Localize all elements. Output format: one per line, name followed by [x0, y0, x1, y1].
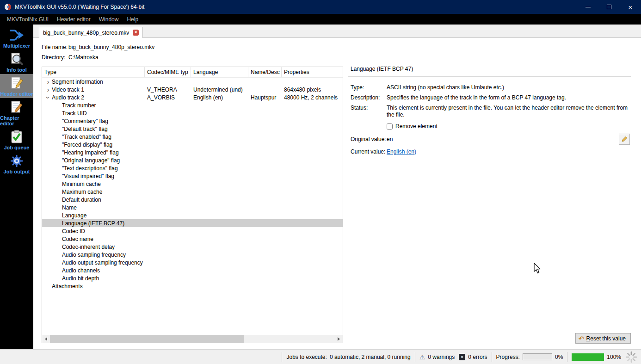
tree-row-type-cell: › Track number	[42, 101, 145, 109]
tree-row-label: Track number	[62, 102, 96, 109]
column-header-type[interactable]: Type	[42, 67, 145, 77]
tree-row-properties-cell	[282, 172, 284, 180]
tree-row-properties-cell	[282, 109, 284, 117]
scroll-right-button[interactable]	[335, 335, 343, 343]
expander-icon[interactable]: ›	[45, 94, 51, 101]
tree-row[interactable]: › Maximum cache	[42, 188, 343, 196]
tree-row[interactable]: › Codec name	[42, 235, 343, 243]
tree-row-label: Codec name	[62, 236, 93, 242]
tree-row-properties-cell	[282, 125, 284, 133]
reset-value-button[interactable]: ↶ Reset this value	[575, 333, 631, 344]
tree-row[interactable]: › "Text descriptions" flag	[42, 164, 343, 172]
tree-row-codec-cell	[145, 243, 191, 251]
sidebar-item-chapter-editor[interactable]: Chapter editor	[0, 98, 33, 128]
tab-file[interactable]: big_buck_bunny_480p_stereo.mkv ×	[39, 27, 143, 38]
remove-element-label: Remove element	[395, 123, 438, 130]
tree-row-codec-cell	[145, 219, 191, 227]
header-editor-page: File name: big_buck_bunny_480p_stereo.mk…	[33, 37, 641, 349]
tree-row[interactable]: › "Track enabled" flag	[42, 133, 343, 141]
expander-icon[interactable]: ›	[44, 79, 52, 85]
jobs-value: 0 automatic, 2 manual, 0 running	[330, 354, 411, 360]
tree-indent	[44, 223, 62, 223]
total-progress: 100%	[572, 353, 621, 361]
column-header-codec[interactable]: Codec/MIME typ	[145, 67, 191, 77]
sidebar-item-job-queue[interactable]: Job queue	[0, 128, 33, 152]
warnings-status: ⚠ 0 warnings	[419, 354, 455, 360]
tree-row-label: "Text descriptions" flag	[62, 165, 118, 172]
tree-row[interactable]: › Language (IETF BCP 47)	[42, 219, 343, 227]
details-separator	[348, 76, 631, 77]
multiplexer-icon	[9, 28, 25, 42]
tab-close-icon[interactable]: ×	[133, 30, 139, 36]
tree-row[interactable]: › Audio track 2 A_VORBIS English (en) Ha…	[42, 93, 343, 101]
tree-row[interactable]: › Audio sampling frequency	[42, 251, 343, 259]
tree-row-language-cell	[191, 188, 248, 196]
tree-row[interactable]: › Track number	[42, 101, 343, 109]
expander-icon[interactable]: ›	[44, 86, 52, 93]
tree-row[interactable]: › Codec ID	[42, 227, 343, 235]
tree-row[interactable]: › "Hearing impaired" flag	[42, 148, 343, 156]
tree-indent	[44, 231, 62, 231]
tree-row[interactable]: › "Default track" flag	[42, 125, 343, 133]
warning-icon: ⚠	[419, 354, 425, 360]
tree-row[interactable]: › Audio output sampling frequency	[42, 259, 343, 266]
tree-row-properties-cell	[282, 282, 284, 290]
tree-row[interactable]: › "Visual impaired" flag	[42, 172, 343, 180]
tree-row-name-cell	[248, 196, 282, 204]
tree-row-label: Minimum cache	[62, 181, 101, 187]
tree-row-label: Video track 1	[52, 86, 84, 93]
tree-row[interactable]: › Codec-inherent delay	[42, 243, 343, 251]
element-tree: Type Codec/MIME typ Language Name/Desc P…	[42, 67, 343, 343]
tree-row[interactable]: › "Commentary" flag	[42, 117, 343, 125]
tree-row-type-cell: › "Commentary" flag	[42, 117, 145, 125]
tree-row[interactable]: › Video track 1 V_THEORA Undetermined (u…	[42, 86, 343, 93]
tree-row[interactable]: › Audio channels	[42, 266, 343, 274]
sidebar-item-header-editor[interactable]: Header editor	[0, 74, 33, 98]
sidebar-item-job-output[interactable]: Job output	[0, 152, 33, 176]
edit-value-button[interactable]	[619, 134, 630, 145]
tree-row-type-cell: › Video track 1	[42, 86, 145, 93]
remove-element-checkbox[interactable]	[387, 123, 393, 130]
tree-row-language-cell	[191, 235, 248, 243]
tree-row-type-cell: › Maximum cache	[42, 188, 145, 196]
minimize-button[interactable]	[577, 0, 598, 14]
sidebar-item-multiplexer[interactable]: Multiplexer	[0, 26, 33, 50]
horizontal-scrollbar[interactable]	[42, 335, 343, 343]
title-bar: MKVToolNix GUI v55.0.0 ('Waiting For Spa…	[0, 0, 641, 14]
scrollbar-thumb[interactable]	[50, 335, 244, 343]
tree-row[interactable]: › Language	[42, 211, 343, 219]
scrollbar-track[interactable]	[50, 335, 335, 343]
tree-row-codec-cell	[145, 204, 191, 211]
tree-row-language-cell	[191, 133, 248, 141]
sidebar-item-info-tool[interactable]: Info tool	[0, 50, 33, 74]
tree-row-name-cell	[248, 117, 282, 125]
menu-mkvtoolnix-gui[interactable]: MKVToolNix GUI	[3, 15, 53, 24]
tree-row[interactable]: › "Original language" flag	[42, 156, 343, 164]
tree-row[interactable]: › Track UID	[42, 109, 343, 117]
tree-row-language-cell	[191, 282, 248, 290]
tree-row-codec-cell	[145, 133, 191, 141]
tree-row[interactable]: › Name	[42, 204, 343, 211]
tree-row-name-cell	[248, 188, 282, 196]
total-progress-bar	[572, 353, 604, 361]
tree-row[interactable]: › Audio bit depth	[42, 274, 343, 282]
current-value-link[interactable]: English (en)	[387, 148, 416, 155]
tree-row[interactable]: › Segment information	[42, 78, 343, 86]
app-window: MKVToolNix GUI v55.0.0 ('Waiting For Spa…	[0, 0, 641, 364]
tree-row[interactable]: › Default duration	[42, 196, 343, 204]
column-header-language[interactable]: Language	[191, 67, 248, 77]
scroll-left-button[interactable]	[42, 335, 50, 343]
tree-row[interactable]: › Attachments	[42, 282, 343, 290]
menu-header-editor[interactable]: Header editor	[53, 15, 95, 24]
close-button[interactable]: ×	[620, 0, 641, 14]
tree-rows: › Segment information › Video track 1 V_…	[42, 78, 343, 290]
menu-help[interactable]: Help	[123, 15, 142, 24]
tree-row[interactable]: › "Forced display" flag	[42, 141, 343, 148]
tree-row-type-cell: › Segment information	[42, 78, 145, 86]
tree-row-properties-cell	[282, 251, 284, 259]
menu-window[interactable]: Window	[95, 15, 123, 24]
maximize-button[interactable]	[598, 0, 620, 14]
tree-row[interactable]: › Minimum cache	[42, 180, 343, 188]
column-header-properties[interactable]: Properties	[282, 67, 343, 77]
column-header-name[interactable]: Name/Desc	[248, 67, 282, 77]
